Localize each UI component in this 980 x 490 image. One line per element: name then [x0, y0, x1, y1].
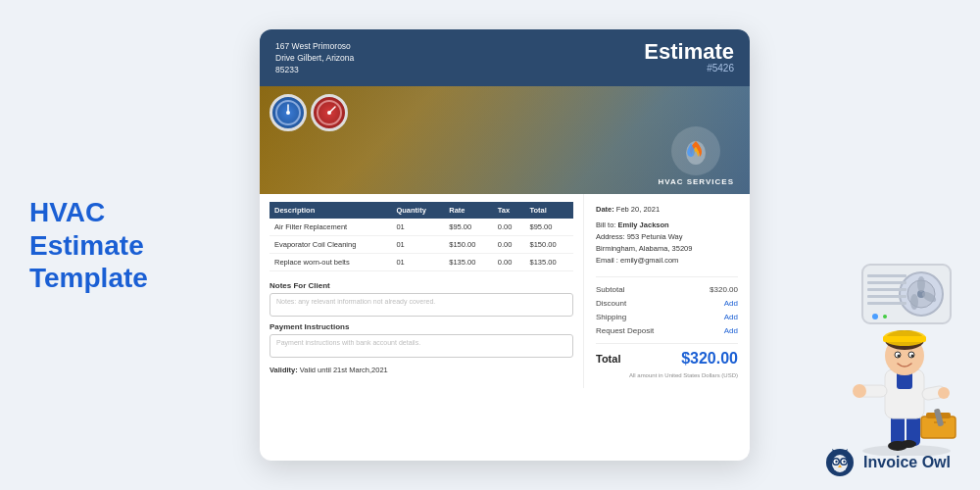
table-cell-0: Air Filter Replacement	[270, 219, 391, 236]
discount-add[interactable]: Add	[724, 299, 738, 308]
table-cell-4: $135.00	[525, 253, 574, 270]
discount-label: Discount	[596, 299, 626, 308]
svg-point-51	[843, 461, 845, 463]
grand-total-label: Total	[596, 353, 620, 365]
table-row: Air Filter Replacement01$95.000.00$95.00	[270, 219, 573, 236]
table-cell-3: 0.00	[493, 253, 525, 270]
table-cell-1: 01	[391, 219, 444, 236]
table-cell-4: $150.00	[525, 235, 574, 253]
company-address: 167 West Primoroso Drive Gilbert, Arizon…	[275, 41, 354, 76]
svg-point-34	[853, 384, 866, 398]
deposit-label: Request Deposit	[596, 326, 654, 335]
payment-placeholder: Payment instructions with bank account d…	[276, 339, 420, 346]
grand-total-value: $320.00	[681, 350, 738, 368]
items-table: Description Quantity Rate Tax Total Air …	[270, 202, 573, 271]
col-quantity: Quantity	[391, 202, 444, 219]
document-header: 167 West Primoroso Drive Gilbert, Arizon…	[260, 29, 750, 86]
document-main: Description Quantity Rate Tax Total Air …	[260, 194, 583, 388]
tech-person-svg	[848, 299, 965, 456]
address-value: 953 Petunia Way	[627, 232, 683, 241]
col-rate: Rate	[444, 202, 492, 219]
svg-point-5	[327, 111, 331, 115]
right-illustration	[799, 260, 965, 456]
hvac-banner-logo: HVAC SERVICES	[658, 126, 734, 186]
document-body: Description Quantity Rate Tax Total Air …	[260, 194, 750, 388]
address-label: Address:	[596, 232, 625, 241]
svg-point-50	[835, 461, 837, 463]
address-city: Birmingham, Alabama, 35209	[596, 244, 692, 253]
date-label: Date:	[596, 205, 614, 214]
svg-rect-17	[867, 295, 906, 298]
svg-rect-14	[867, 274, 906, 277]
page-title: HVAC Estimate Template	[29, 196, 186, 295]
page-wrapper: HVAC Estimate Template 167 West Primoros…	[0, 0, 980, 490]
table-cell-2: $135.00	[444, 253, 492, 270]
svg-rect-43	[883, 336, 926, 342]
notes-client-box[interactable]: Notes: any relevant information not alre…	[270, 293, 573, 317]
table-cell-4: $95.00	[525, 219, 574, 236]
shipping-row: Shipping Add	[596, 313, 738, 321]
bill-to-name: Emily Jackson	[618, 220, 669, 229]
subtotal-row: Subtotal $320.00	[596, 285, 738, 294]
usd-note: All amount in United States Dollars (USD…	[596, 372, 738, 378]
subtotal-label: Subtotal	[596, 285, 624, 294]
validity-prefix: Validity:	[270, 366, 298, 374]
bill-to-line: Bill to: Emily Jackson	[596, 220, 738, 231]
validity-value: Valid until 21st March,2021	[300, 366, 388, 374]
svg-point-40	[898, 355, 901, 358]
col-description: Description	[270, 202, 391, 219]
address-city-line: Birmingham, Alabama, 35209	[596, 243, 738, 255]
discount-row: Discount Add	[596, 299, 738, 308]
table-cell-0: Evaporator Coil Cleaning	[270, 235, 391, 253]
page-title-area: HVAC Estimate Template	[29, 196, 186, 295]
gauge-red	[311, 94, 348, 131]
estimate-label: Estimate	[644, 41, 734, 63]
validity-text: Validity: Valid until 21st March,2021	[270, 366, 573, 374]
payment-label: Payment Instructions	[270, 322, 573, 331]
notes-section: Notes For Client Notes: any relevant inf…	[270, 281, 573, 358]
table-cell-2: $95.00	[444, 219, 492, 236]
notes-client-placeholder: Notes: any relevant information not alre…	[276, 298, 435, 305]
shipping-label: Shipping	[596, 313, 626, 321]
gauge-blue	[270, 94, 307, 131]
bill-to-label: Bill to:	[596, 220, 615, 229]
col-total: Total	[525, 202, 574, 219]
logo-text: Invoice Owl	[863, 454, 951, 471]
totals-section: Subtotal $320.00 Discount Add Shipping A…	[596, 276, 738, 378]
payment-box[interactable]: Payment instructions with bank account d…	[270, 334, 573, 358]
col-tax: Tax	[493, 202, 525, 219]
date-line: Date: Feb 20, 2021	[596, 204, 738, 216]
banner-image: HVAC SERVICES	[260, 86, 750, 194]
estimate-number: #5426	[644, 63, 734, 74]
grand-total-row: Total $320.00	[596, 343, 738, 368]
date-value: Feb 20, 2021	[616, 205, 660, 214]
billing-info: Date: Feb 20, 2021 Bill to: Emily Jackso…	[596, 204, 738, 267]
table-cell-3: 0.00	[493, 235, 525, 253]
table-cell-1: 01	[391, 235, 444, 253]
address-line: Address: 953 Petunia Way	[596, 231, 738, 243]
svg-point-41	[911, 355, 914, 358]
document-sidebar: Date: Feb 20, 2021 Bill to: Emily Jackso…	[583, 194, 750, 388]
table-row: Replace worn-out belts01$135.000.00$135.…	[270, 253, 573, 270]
hvac-services-text: HVAC SERVICES	[658, 177, 734, 186]
table-row: Evaporator Coil Cleaning01$150.000.00$15…	[270, 235, 573, 253]
svg-rect-16	[867, 288, 906, 291]
invoice-owl-logo: Invoice Owl	[824, 447, 951, 478]
gauge-illustration	[270, 94, 348, 131]
owl-icon	[824, 447, 856, 478]
shipping-add[interactable]: Add	[724, 313, 738, 321]
email-label: Email :	[596, 256, 618, 265]
svg-point-35	[938, 387, 950, 399]
deposit-row: Request Deposit Add	[596, 326, 738, 335]
subtotal-value: $320.00	[710, 285, 738, 294]
svg-rect-15	[867, 281, 906, 284]
document-card: 167 West Primoroso Drive Gilbert, Arizon…	[260, 29, 750, 461]
email-line: Email : emily@gmail.com	[596, 255, 738, 267]
email-value: emily@gmail.com	[620, 256, 678, 265]
table-cell-1: 01	[391, 253, 444, 270]
svg-point-2	[286, 111, 290, 115]
table-cell-0: Replace worn-out belts	[270, 253, 391, 270]
deposit-add[interactable]: Add	[724, 326, 738, 335]
table-cell-3: 0.00	[493, 219, 525, 236]
table-cell-2: $150.00	[444, 235, 492, 253]
